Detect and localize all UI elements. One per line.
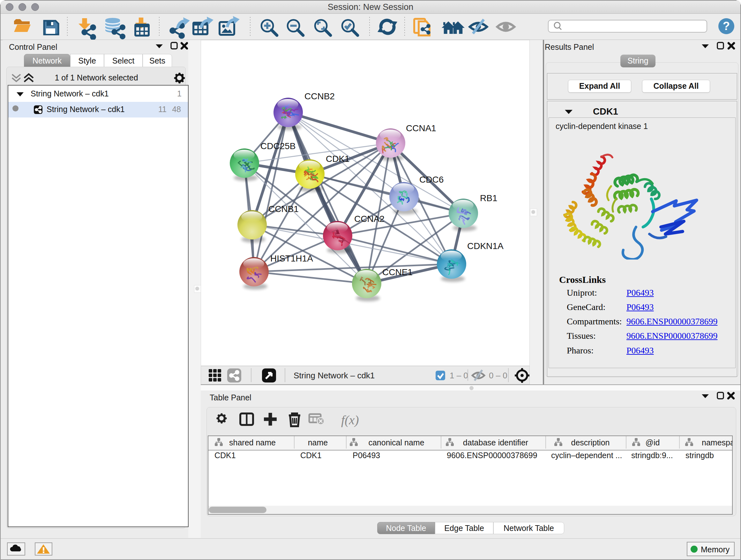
svg-text:namespac: namespac [702, 438, 733, 447]
svg-text:CDK1: CDK1 [214, 451, 236, 460]
svg-text:CDK1: CDK1 [326, 154, 350, 164]
svg-text:CCNE1: CCNE1 [382, 267, 413, 277]
svg-text:database identifier: database identifier [463, 438, 528, 447]
svg-text:CDC25B: CDC25B [260, 141, 295, 151]
svg-text:CCNA2: CCNA2 [354, 214, 385, 224]
svg-text:stringdb:9...: stringdb:9... [631, 451, 673, 460]
svg-text:1 – 0: 1 – 0 [450, 371, 468, 380]
svg-text:P06493: P06493 [353, 451, 380, 460]
svg-text:@id: @id [646, 438, 660, 447]
svg-text:String Network – cdk1: String Network – cdk1 [293, 371, 375, 380]
svg-text:f(x): f(x) [341, 413, 359, 427]
svg-text:9606.ENSP00000378699: 9606.ENSP00000378699 [447, 451, 537, 460]
svg-text:CDC6: CDC6 [419, 175, 444, 185]
svg-text:description: description [571, 438, 610, 447]
svg-text:CCNB1: CCNB1 [268, 204, 299, 214]
svg-text:CCNB2: CCNB2 [305, 91, 335, 101]
svg-text:CDK1: CDK1 [300, 451, 322, 460]
svg-text:cyclin–dependent ...: cyclin–dependent ... [551, 451, 622, 460]
svg-text:shared name: shared name [229, 438, 276, 447]
svg-text:CDKN1A: CDKN1A [467, 241, 503, 251]
svg-text:RB1: RB1 [480, 193, 497, 203]
svg-text:?: ? [723, 19, 730, 33]
svg-text:0 – 0: 0 – 0 [489, 371, 508, 380]
svg-text:CCNA1: CCNA1 [406, 123, 436, 133]
svg-text:name: name [308, 438, 328, 447]
svg-text:stringdb: stringdb [685, 451, 714, 460]
svg-text:HIST1H1A: HIST1H1A [270, 253, 313, 263]
svg-text:canonical name: canonical name [368, 438, 424, 447]
